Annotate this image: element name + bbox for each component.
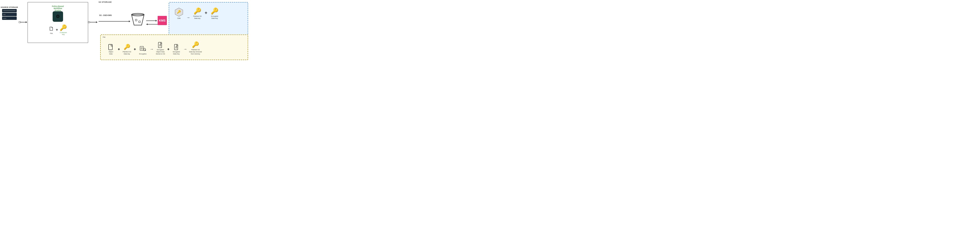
yellow-detail-row: ObjectData + 🔑 Plaintext S3Data key +: [103, 40, 245, 56]
plus-yellow-3: +: [167, 47, 170, 51]
server-dots-2: [3, 18, 6, 19]
plus-sign-1: +: [56, 28, 58, 32]
workflow-engine-icon: ⚙: [52, 11, 63, 22]
arrow-kms-to-funnel: [146, 24, 158, 25]
plus-yellow-1: +: [118, 47, 120, 51]
object-data-item: ObjectData: [106, 44, 116, 55]
source-storage: SOURCE STORAGE: [0, 6, 19, 20]
customer-key-label: Customerkey: [60, 32, 67, 35]
encrypted-key-icon: 🔑: [211, 7, 218, 14]
arrow-head-back: [146, 24, 148, 25]
arrow-line-2: [90, 22, 96, 22]
plus-yellow-2: +: [134, 47, 136, 51]
svg-text:🔑: 🔑: [177, 10, 181, 14]
arrow-yellow-2: →: [183, 47, 187, 51]
arrow-start-square: [19, 21, 21, 23]
arrow-funnel-to-kms: [146, 20, 158, 22]
plaintext-removed-label: Plaintext S3Data key removedfrom memory: [189, 49, 202, 55]
arrow-to-funnel: [99, 21, 131, 22]
s3-bucket: [129, 13, 146, 29]
cmk-hex: 🔑: [174, 8, 183, 17]
plus-sign-blue: +: [205, 10, 207, 16]
encrypted-object-item: EncryptedObject DataStored on S3: [155, 42, 165, 55]
server-unit-2: [2, 13, 17, 16]
arrow-line-back: [148, 24, 158, 24]
encryption-label: Encryption: [139, 53, 146, 55]
encrypted-data-key-label: EncryptedData Key: [211, 15, 218, 19]
cmk-label: CMK: [177, 18, 181, 19]
arrow-head-2: [96, 21, 97, 23]
kms-box: KMS: [158, 16, 167, 25]
arrow-line: [21, 22, 26, 22]
encrypted-key-item: 🔑 EncryptedData Key: [210, 7, 220, 19]
arrow-head: [26, 21, 27, 23]
yellow-detail-box: File ObjectData + 🔑 Plaintext S3Data key…: [100, 35, 248, 60]
source-storage-label: SOURCE STORAGE: [0, 6, 19, 8]
s3-sse-kms-label: S3 - SSE-KMS: [99, 14, 112, 16]
plaintext-key-item: 🔑 Plaintext S3Data key: [192, 7, 202, 19]
gear-icon: ⚙: [56, 14, 60, 19]
key-item: 🔑 Customerkey: [60, 24, 67, 35]
arrow-yellow-1: →: [150, 47, 153, 51]
encrypted-data-key-icon: [174, 44, 179, 50]
svg-rect-16: [174, 44, 178, 50]
encrypted-object-icon: [158, 42, 163, 48]
mini-arrow-1: →: [186, 16, 190, 19]
svg-rect-15: [160, 45, 161, 46]
customer-key-icon: 🔑: [60, 24, 67, 31]
diagram: SOURCE STORAGE: [0, 0, 251, 61]
cmk-item: 🔑 CMK: [174, 8, 184, 19]
svg-rect-5: [108, 44, 112, 50]
hex-svg: 🔑: [174, 8, 183, 17]
encrypted-data-key-item: EncryptedData Key: [171, 44, 182, 55]
arrow-head-4: [156, 20, 157, 22]
file-item: 🗋 File: [49, 26, 54, 34]
encrypted-data-key-label-yellow: EncryptedData Key: [173, 51, 180, 55]
encryption-icon: [140, 46, 146, 52]
svg-rect-1: [135, 19, 137, 21]
server-stack: [0, 9, 19, 20]
server-dots: [3, 14, 5, 15]
plaintext-s3-icon: 🔑: [124, 44, 130, 50]
plaintext-removed-item: 🔑 Plaintext S3Data key removedfrom memor…: [189, 41, 202, 55]
kms-label: KMS: [159, 19, 165, 22]
blue-detail-box: 🔑 CMK → 🔑 Plaintext S3Data key + 🔑 Encry…: [169, 2, 248, 35]
arrow-line-3: [99, 21, 129, 22]
object-data-label: ObjectData: [108, 51, 113, 55]
encryption-item: Encryption: [138, 46, 148, 55]
encrypted-object-label: EncryptedObject DataStored on S3: [156, 49, 165, 55]
plaintext-removed-icon: 🔑: [192, 41, 199, 48]
plaintext-key-label: Plaintext S3Data key: [193, 15, 202, 19]
s3-storage-label: S3 STORAGE: [99, 1, 112, 3]
file-tag: File: [103, 36, 105, 38]
svg-rect-17: [176, 47, 177, 48]
plaintext-key-icon: 🔑: [194, 7, 201, 14]
bucket-svg: [129, 13, 146, 29]
server-unit-1: [2, 9, 17, 12]
blue-detail-row: 🔑 CMK → 🔑 Plaintext S3Data key + 🔑 Encry…: [171, 6, 246, 21]
arrow-line-4: [146, 21, 156, 21]
server-line: [3, 10, 16, 11]
arrow-source-to-workflow: [19, 21, 28, 23]
arrow-square-2: [88, 21, 90, 23]
svg-rect-2: [138, 21, 140, 22]
svg-rect-14: [158, 42, 162, 48]
plaintext-s3-label: Plaintext S3Data key: [123, 51, 131, 55]
workflow-box: Policy-Based Workflow Engine ⚙ 🗋 File + …: [27, 2, 88, 43]
plaintext-s3-item: 🔑 Plaintext S3Data key: [122, 44, 132, 55]
arrow-workflow-to-s3: [88, 21, 99, 23]
file-key-row: 🗋 File + 🔑 Customerkey: [49, 24, 67, 35]
file-icon: 🗋: [49, 26, 54, 32]
server-unit-3: [2, 16, 17, 20]
policy-label: Policy-Based Workflow Engine: [52, 5, 64, 11]
object-data-icon: [108, 44, 114, 50]
file-label: File: [50, 32, 53, 34]
